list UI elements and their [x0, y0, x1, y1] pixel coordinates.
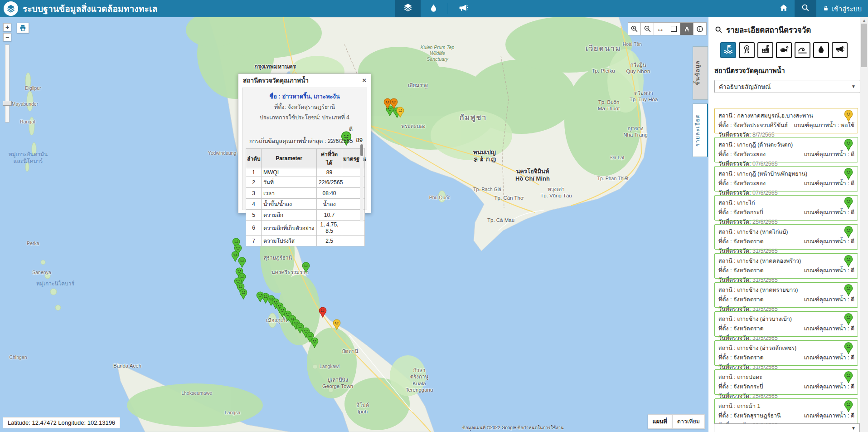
- table-scrollbar[interactable]: [360, 143, 364, 221]
- station-marker-g[interactable]: [238, 257, 246, 268]
- quality-smiley-marker: [844, 139, 853, 151]
- popup-latest-label: การเก็บข้อมูลคุณภาพน้ำล่าสุด : 22/6/2565: [249, 137, 353, 146]
- quality-smiley-marker: [844, 168, 853, 180]
- station-marker-g[interactable]: [239, 289, 247, 299]
- station-marker-g[interactable]: [310, 337, 319, 348]
- station-list-item[interactable]: สถานี : กลางหาดสมบูรณ์,อ.บางสะพานที่ตั้ง…: [714, 108, 858, 133]
- station-marker-y[interactable]: [333, 319, 341, 330]
- filter-wave-button[interactable]: [795, 42, 810, 58]
- legend-dropdown-label: คำอธิบายสัญลักษณ์: [719, 82, 771, 92]
- tool-hand-button[interactable]: [680, 22, 693, 35]
- filter-megaphone-button[interactable]: [832, 42, 848, 58]
- drop-icon: [817, 45, 825, 55]
- station-list-item[interactable]: สถานี : เกาะช้าง (อ่าวบางเบ้า)ที่ตั้ง : …: [714, 311, 858, 337]
- megaphone-icon: [835, 44, 844, 56]
- station-marker-r[interactable]: [319, 307, 327, 318]
- station-type-filters: [708, 36, 868, 58]
- table-cell: 4: [246, 199, 262, 210]
- map-type-map-button[interactable]: แผนที่: [648, 414, 672, 429]
- tab-details[interactable]: รายละเอียด: [693, 103, 708, 157]
- popup-station-name: ชื่อ : อ่าวหาดริ้น, เกาะพะงัน: [246, 92, 364, 101]
- table-cell: 1: [246, 168, 262, 177]
- station-marker-y[interactable]: [396, 107, 404, 118]
- details-sidebar: รายละเอียดสถานีตรวจวัด สถานีตรวจวัดคุณภา…: [708, 17, 868, 432]
- station-list-item[interactable]: สถานี : เกาะกุฎี (หน้าบ้านพักอุทยาน)ที่ต…: [714, 166, 858, 191]
- map-zoom-out-button[interactable]: −: [3, 33, 11, 41]
- station-quality: เกณฑ์คุณภาพน้ำ : ดี: [804, 266, 854, 275]
- station-list: สถานี : กลางหาดสมบูรณ์,อ.บางสะพานที่ตั้ง…: [714, 108, 858, 432]
- zoom-slider-track[interactable]: [5, 44, 10, 123]
- tool-arrows-h-button[interactable]: ↔: [654, 22, 667, 35]
- sidebar-title: รายละเอียดสถานีตรวจวัด: [726, 24, 811, 36]
- tab-data-layers[interactable]: ชั้นข้อมูล: [693, 46, 708, 100]
- table-cell: 10.7: [317, 210, 342, 221]
- chevron-down-icon: ▼: [851, 84, 856, 89]
- sidebar-scrollbar[interactable]: ▲: [860, 17, 868, 432]
- home-icon: [779, 3, 788, 14]
- print-button[interactable]: [17, 23, 29, 33]
- station-list-item[interactable]: สถานี : เกาะม้า 1ที่ตั้ง : จังหวัดสุราษฎ…: [714, 398, 858, 424]
- table-row: 6ความลึกที่เก็บตัวอย่าง1, 4.75, 8.5: [246, 221, 365, 236]
- filter-factory-button[interactable]: [757, 42, 773, 58]
- station-list-item[interactable]: สถานี : เกาะไก่ที่ตั้ง : จังหวัดกระบี่วั…: [714, 195, 858, 221]
- filter-drop-button[interactable]: [813, 42, 829, 58]
- filter-fish-button[interactable]: [776, 42, 792, 58]
- station-list-item[interactable]: สถานี : เกาะช้าง (หาดไก่แบ้)ที่ตั้ง : จั…: [714, 224, 858, 250]
- tool-rect-select-button[interactable]: [667, 22, 680, 35]
- quality-smiley-marker: [844, 313, 853, 325]
- table-cell: 2.5: [317, 236, 342, 246]
- table-cell: MWQI: [262, 168, 317, 177]
- table-cell: [342, 221, 365, 236]
- quality-smiley-marker: [844, 197, 853, 209]
- station-name: สถานี : เกาะม้า 1: [718, 402, 854, 411]
- table-cell: ความลึกที่เก็บตัวอย่าง: [262, 221, 317, 236]
- app-header: ระบบฐานข้อมูลสิ่งแวดล้อมทางทะเล เข้าสู่ร…: [0, 0, 868, 17]
- map-type-switch: แผนที่ ดาวเทียม: [648, 414, 705, 429]
- station-quality: เกณฑ์คุณภาพน้ำ : พอใช้: [794, 121, 854, 130]
- station-marker-g[interactable]: [302, 262, 310, 273]
- filter-buoy-button[interactable]: [720, 42, 736, 58]
- nav-drop-button[interactable]: [421, 0, 446, 17]
- bottom-partial-dropdown[interactable]: ▼: [714, 423, 860, 432]
- nav-home-button[interactable]: [773, 0, 795, 17]
- station-list-item[interactable]: สถานี : เกาะช้าง (หาดคลองพร้าว)ที่ตั้ง :…: [714, 253, 858, 279]
- station-name: สถานี : เกาะช้าง (อ่าวสลักเพชร): [718, 344, 854, 353]
- station-list-item[interactable]: สถานี : เกาะช้าง (หาดทรายขาว)ที่ตั้ง : จ…: [714, 282, 858, 308]
- zoom-slider-handle[interactable]: [3, 101, 12, 106]
- station-name: สถานี : เกาะช้าง (อ่าวบางเบ้า): [718, 314, 854, 324]
- login-button[interactable]: เข้าสู่ระบบ: [816, 0, 868, 17]
- quality-smiley-marker: [844, 110, 853, 122]
- tool-info-button[interactable]: [693, 22, 707, 35]
- scrollbar-thumb[interactable]: [861, 24, 867, 67]
- table-cell: 22/6/2565: [317, 177, 342, 188]
- map-type-satellite-button[interactable]: ดาวเทียม: [672, 414, 705, 429]
- table-cell: 6: [246, 221, 262, 236]
- filter-ribbon-button[interactable]: [739, 42, 755, 58]
- parameter-table: ลำดับParameterค่าที่วัดได้มาตรฐาน 1MWQI8…: [246, 148, 365, 246]
- station-name: สถานี : เกาะกุฎี (หน้าบ้านพักอุทยาน): [718, 169, 854, 178]
- table-cell: [342, 236, 365, 246]
- popup-title: สถานีตรวจวัดคุณภาพน้ำ: [243, 75, 362, 85]
- nav-megaphone-button[interactable]: [450, 0, 475, 17]
- scrollbar-up-arrow[interactable]: ▲: [862, 18, 866, 23]
- nav-search-button[interactable]: [795, 0, 816, 17]
- station-list-item[interactable]: สถานี : เกาะปอดะที่ตั้ง : จังหวัดกระบี่ว…: [714, 369, 858, 395]
- station-list-item[interactable]: สถานี : เกาะกุฎี (ด้านตะวันตก)ที่ตั้ง : …: [714, 137, 858, 162]
- tool-mag-minus-button[interactable]: [641, 22, 654, 35]
- tool-mag-plus-button[interactable]: [628, 22, 641, 35]
- table-cell: 08:40: [317, 188, 342, 199]
- legend-dropdown[interactable]: คำอธิบายสัญลักษณ์ ▼: [714, 80, 860, 93]
- station-list-item[interactable]: สถานี : เกาะช้าง (อ่าวสลักเพชร)ที่ตั้ง :…: [714, 340, 858, 366]
- popup-close-icon[interactable]: ×: [362, 76, 366, 84]
- nav-layers-button[interactable]: [395, 0, 421, 17]
- megaphone-icon: [458, 3, 468, 15]
- station-quality: เกณฑ์คุณภาพน้ำ : ดี: [804, 237, 854, 246]
- map-canvas[interactable]: เวียดนามกัมพูชากรุงเทพมหานครเสียมราฐพระต…: [0, 17, 708, 432]
- station-name: สถานี : เกาะช้าง (หาดไก่แบ้): [718, 227, 854, 236]
- layers-logo-icon: [6, 4, 16, 14]
- map-zoom-in-button[interactable]: +: [3, 23, 11, 31]
- login-label: เข้าสู่ระบบ: [832, 4, 862, 14]
- table-row: 3เวลา08:40: [246, 188, 365, 199]
- table-cell: ความลึก: [262, 210, 317, 221]
- table-cell: วันที่: [262, 177, 317, 188]
